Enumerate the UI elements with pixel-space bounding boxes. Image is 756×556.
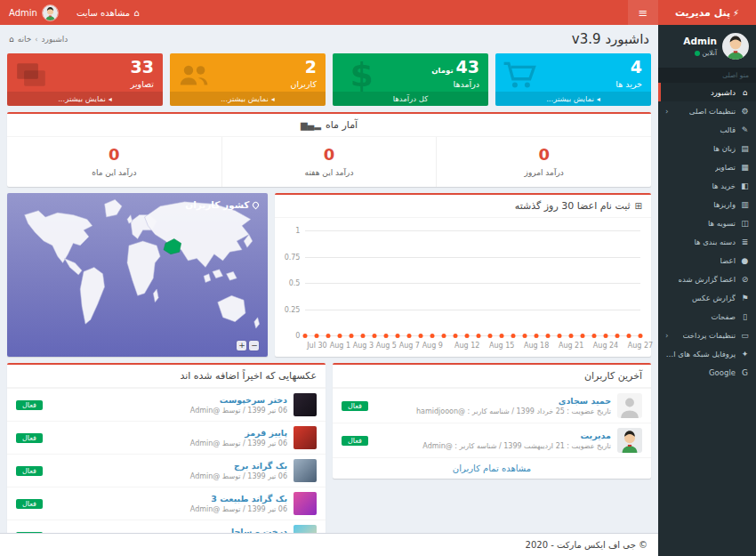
sidebar-user-avatar: [722, 33, 749, 60]
stat-item: 0درآمد این ماه: [7, 137, 221, 187]
chart-data-point: [511, 334, 516, 338]
photo-title-link[interactable]: دختر سرخپوست: [190, 395, 287, 405]
photo-title-link[interactable]: درخت و ساحل: [190, 527, 287, 533]
chart-data-point: [326, 334, 331, 338]
sidebar-item-reported-members[interactable]: ⊘اعضا گزارش شده: [658, 270, 756, 288]
users-card-more-link[interactable]: ◂نمایش بیشتر...: [170, 92, 326, 106]
chart-y-tick-label: 1: [295, 227, 300, 235]
photo-thumbnail[interactable]: [294, 393, 317, 416]
sidebar-item-payment-settings[interactable]: ▭تنظیمات پرداخت‹: [658, 326, 756, 344]
sidebar-item-languages[interactable]: ▤زبان ها: [658, 139, 756, 157]
chart-x-tick-label: Aug 7: [399, 342, 420, 350]
breadcrumb-home[interactable]: خانه: [18, 35, 32, 44]
chart-data-point: [488, 334, 493, 338]
photo-thumbnail[interactable]: [294, 492, 317, 515]
chevron-left-icon: ‹: [665, 107, 669, 116]
hamburger-icon: ≡: [639, 6, 648, 20]
sidebar-item-deposits[interactable]: ▥واریزها: [658, 195, 756, 214]
categories-icon: ≣: [740, 238, 750, 246]
chart-gridline: 0.25: [305, 310, 640, 310]
latest-users-title: آخرین کاربران: [584, 370, 642, 382]
sidebar-item-settlements[interactable]: ◫تسویه ها: [658, 214, 756, 232]
topbar: ≡ ⌂ مشاهده سایت Admin: [0, 0, 658, 25]
menu-section-header: منو اصلی: [658, 68, 756, 83]
sidebar-item-purchases[interactable]: ◧خرید ها: [658, 176, 756, 195]
chart-data-point: [615, 334, 620, 338]
chart-gridline: 1: [305, 230, 640, 231]
card-footer-label: کل درآمدها: [393, 94, 429, 103]
brand-header[interactable]: ⚡ پنل مدیریت: [658, 0, 756, 25]
sidebar-item-label: اعضا: [720, 256, 736, 265]
content-header: داشبورد v3.9 ⌂ خانه ‹ داشبورد: [9, 31, 649, 47]
user-name-link[interactable]: مدیریت: [422, 431, 611, 440]
user-meta: تاریخ عضویت : 25 خرداد 1399 / شناسه کارب…: [416, 407, 611, 415]
map-indonesia-2: [226, 271, 237, 280]
payment-settings-icon: ▭: [740, 331, 750, 340]
user-name-link[interactable]: حمید سجادی: [416, 396, 611, 406]
photo-row: بک گراند برج06 تیر 1399 / توسط @Adminفعا…: [7, 454, 326, 487]
sidebar-item-images[interactable]: ▦تصاویر: [658, 157, 756, 176]
card-value: 4: [631, 57, 642, 77]
card-label: درآمدها: [342, 79, 479, 89]
sidebar-item-pages[interactable]: ▯صفحات: [658, 307, 756, 326]
photo-thumbnail[interactable]: [294, 426, 317, 449]
photo-title-link[interactable]: بک گراند طبیعت 3: [190, 494, 287, 504]
incomes-card-more-link[interactable]: کل درآمدها: [333, 92, 488, 106]
stat-item: 0درآمد این هفته: [221, 137, 437, 187]
view-all-users-link[interactable]: مشاهده تمام کاربران: [333, 457, 651, 479]
chart-x-tick-label: Aug 1: [330, 342, 350, 350]
card-value: 33: [131, 57, 154, 77]
month-stats-title: آمار ماه: [326, 119, 358, 131]
breadcrumb-current: داشبورد: [42, 35, 68, 44]
sidebar-toggle-button[interactable]: ≡: [628, 0, 658, 25]
sidebar-item-label: تسویه ها: [708, 219, 736, 228]
main-settings-icon: ⚙: [740, 107, 750, 116]
photo-title-link[interactable]: بک گراند برج: [190, 461, 287, 471]
sidebar-item-label: داشبورد: [711, 88, 736, 97]
card-value: 2: [305, 57, 317, 77]
purchases-card-more-link[interactable]: ◂نمایش بیشتر...: [495, 92, 651, 106]
map-indonesia-1: [213, 270, 223, 278]
view-site-link[interactable]: ⌂ مشاهده سایت: [68, 8, 149, 18]
users-country-map[interactable]: کشور کاربران + −: [7, 193, 268, 357]
recent-photos-title: عکسهایی که اخیراً اضافه شده اند: [180, 370, 317, 382]
map-zoom-in-button[interactable]: +: [237, 341, 246, 351]
sidebar-item-google[interactable]: GGoogle: [658, 363, 756, 382]
sidebar-item-main-settings[interactable]: ⚙تنظیمات اصلی‹: [658, 101, 756, 120]
images-card-more-link[interactable]: ◂نمایش بیشتر...: [7, 92, 163, 106]
chart-x-tick-label: Aug 21: [559, 342, 583, 350]
photo-thumbnail[interactable]: [294, 525, 317, 533]
photo-title-link[interactable]: پاییز قرمز: [190, 428, 287, 438]
chart-y-tick-label: 0: [295, 332, 300, 340]
sidebar-item-photo-reports[interactable]: ⚑گزارش عکس: [658, 288, 756, 307]
chart-x-labels: Jul 30Aug 1Aug 3Aug 5Aug 7Aug 9Aug 12Aug…: [305, 342, 640, 352]
chart-body: 10.750.50.250 Jul 30Aug 1Aug 3Aug 5Aug 7…: [275, 218, 651, 357]
sidebar-item-template[interactable]: ✎قالب: [658, 120, 756, 139]
user-text: مدیریتتاریخ عضویت : 21 اردیبهشت 1399 / ش…: [422, 431, 611, 450]
stat-value: 0: [440, 145, 647, 164]
map-zoom-out-button[interactable]: −: [249, 341, 259, 351]
sidebar-item-members[interactable]: ●اعضا: [658, 251, 756, 270]
purchases-card: 4خرید ها◂نمایش بیشتر...: [495, 53, 651, 106]
photo-row: بک گراند طبیعت 306 تیر 1399 / توسط @Admi…: [7, 487, 326, 520]
photo-reports-icon: ⚑: [740, 294, 750, 302]
sidebar-item-categories[interactable]: ≣دسته بندی ها: [658, 232, 756, 251]
sidebar-item-social-profiles[interactable]: ✦پروفایل شبکه های اجتماعی: [658, 344, 756, 363]
sidebar-item-label: خرید ها: [712, 181, 736, 190]
photo-thumbnail[interactable]: [294, 459, 317, 482]
topbar-user-menu[interactable]: Admin: [0, 4, 68, 21]
stat-label: درآمد این هفته: [226, 168, 433, 177]
chart-y-tick-label: 0.75: [285, 253, 301, 261]
sidebar-item-dashboard[interactable]: ⌂داشبورد: [658, 83, 756, 101]
google-icon: G: [740, 368, 750, 377]
user-text: حمید سجادیتاریخ عضویت : 25 خرداد 1399 / …: [416, 396, 611, 415]
photo-text: پاییز قرمز06 تیر 1399 / توسط @Admin: [190, 428, 287, 447]
chart-gridline: 0.75: [305, 257, 640, 258]
month-stats-header: آمار ماه ▂▄▆: [7, 114, 651, 137]
photo-row: دختر سرخپوست06 تیر 1399 / توسط @Adminفعا…: [7, 388, 326, 421]
chart-y-tick-label: 0.25: [285, 305, 301, 313]
calendar-icon: ⊞: [635, 201, 642, 211]
topbar-avatar: [42, 4, 59, 21]
sidebar-user-status[interactable]: آنلاین: [683, 49, 717, 57]
photo-meta: 06 تیر 1399 / توسط @Admin: [190, 407, 287, 415]
